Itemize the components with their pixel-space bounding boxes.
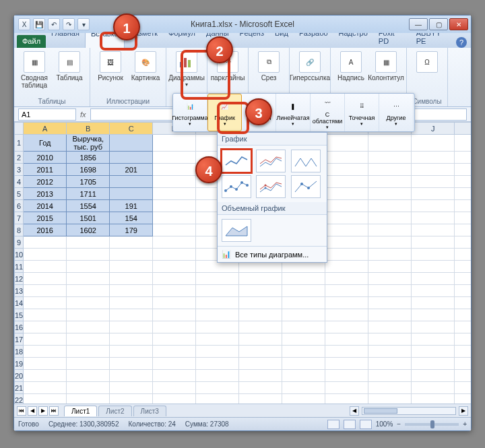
cell-K12[interactable]: [455, 273, 471, 285]
header-footer-button[interactable]: ▦Колонтитул: [370, 49, 402, 94]
cell-B13[interactable]: [67, 285, 110, 297]
row-header-8[interactable]: 8: [15, 224, 24, 236]
cell-I14[interactable]: [368, 297, 412, 309]
cell-G14[interactable]: [282, 297, 325, 309]
tab-nav-first[interactable]: ⏮: [17, 406, 26, 416]
cell-H5[interactable]: [325, 188, 368, 200]
cell-B2[interactable]: 1856: [67, 152, 110, 164]
cell-I20[interactable]: [368, 370, 412, 382]
cell-A8[interactable]: 2016: [24, 224, 67, 236]
cell-K10[interactable]: [455, 249, 471, 261]
cell-A13[interactable]: [24, 285, 67, 297]
cell-E15[interactable]: [196, 309, 239, 321]
cell-H18[interactable]: [325, 346, 368, 358]
cell-A2[interactable]: 2010: [24, 152, 67, 164]
cell-C20[interactable]: [110, 370, 153, 382]
chart-type-6[interactable]: ⋯Другие▾: [379, 94, 414, 131]
cell-A10[interactable]: [24, 249, 67, 261]
cell-K5[interactable]: [455, 188, 471, 200]
cell-K14[interactable]: [455, 297, 471, 309]
cell-C15[interactable]: [110, 309, 153, 321]
cell-C2[interactable]: [110, 152, 153, 164]
row-header-15[interactable]: 15: [15, 309, 24, 321]
row-header-6[interactable]: 6: [15, 200, 24, 212]
cell-I16[interactable]: [368, 321, 412, 333]
line-chart-3d-option[interactable]: [222, 219, 251, 242]
cell-F21[interactable]: [239, 382, 282, 394]
cell-E14[interactable]: [196, 297, 239, 309]
cell-C6[interactable]: 191: [110, 200, 153, 212]
cell-J20[interactable]: [412, 370, 455, 382]
cell-B18[interactable]: [67, 346, 110, 358]
cell-I10[interactable]: [368, 249, 412, 261]
row-header-14[interactable]: 14: [15, 297, 24, 309]
cell-C4[interactable]: [110, 176, 153, 188]
cell-B1[interactable]: Выручка, тыс. руб: [67, 135, 110, 152]
cell-C22[interactable]: [110, 394, 153, 404]
cell-B19[interactable]: [67, 358, 110, 370]
cell-J6[interactable]: [412, 200, 455, 212]
close-button[interactable]: ✕: [449, 18, 468, 30]
cell-J10[interactable]: [412, 249, 455, 261]
cell-E19[interactable]: [196, 358, 239, 370]
cell-I15[interactable]: [368, 309, 412, 321]
cell-J1[interactable]: [412, 135, 455, 152]
cell-I18[interactable]: [368, 346, 412, 358]
cell-I17[interactable]: [368, 333, 412, 346]
row-header-22[interactable]: 22: [15, 394, 24, 404]
cell-J21[interactable]: [412, 382, 455, 394]
cell-H10[interactable]: [325, 249, 368, 261]
cell-A12[interactable]: [24, 273, 67, 285]
cell-G18[interactable]: [282, 346, 325, 358]
cell-A15[interactable]: [24, 309, 67, 321]
minimize-button[interactable]: —: [409, 18, 428, 30]
cell-H15[interactable]: [325, 309, 368, 321]
cell-G19[interactable]: [282, 358, 325, 370]
cell-F22[interactable]: [239, 394, 282, 404]
cell-D14[interactable]: [153, 297, 196, 309]
sheet-tab-Лист2[interactable]: Лист2: [98, 406, 131, 416]
zoom-out-button[interactable]: −: [397, 420, 401, 428]
cell-J18[interactable]: [412, 346, 455, 358]
cell-E17[interactable]: [196, 333, 239, 346]
cell-E22[interactable]: [196, 394, 239, 404]
view-layout-button[interactable]: [344, 420, 356, 429]
cell-H17[interactable]: [325, 333, 368, 346]
cell-B20[interactable]: [67, 370, 110, 382]
help-icon[interactable]: ?: [456, 37, 467, 48]
cell-A6[interactable]: 2014: [24, 200, 67, 212]
cell-C19[interactable]: [110, 358, 153, 370]
cell-H19[interactable]: [325, 358, 368, 370]
row-header-13[interactable]: 13: [15, 285, 24, 297]
cell-K4[interactable]: [455, 176, 471, 188]
cell-J16[interactable]: [412, 321, 455, 333]
cell-G17[interactable]: [282, 333, 325, 346]
cell-A5[interactable]: 2013: [24, 188, 67, 200]
hyperlink-button[interactable]: 🔗Гиперссылка: [294, 49, 326, 94]
cell-E16[interactable]: [196, 321, 239, 333]
cell-A14[interactable]: [24, 297, 67, 309]
cell-B3[interactable]: 1698: [67, 164, 110, 176]
cell-B5[interactable]: 1711: [67, 188, 110, 200]
cell-A20[interactable]: [24, 370, 67, 382]
cell-A22[interactable]: [24, 394, 67, 404]
cell-K21[interactable]: [455, 382, 471, 394]
cell-F17[interactable]: [239, 333, 282, 346]
cell-B12[interactable]: [67, 273, 110, 285]
row-header-19[interactable]: 19: [15, 358, 24, 370]
row-header-20[interactable]: 20: [15, 370, 24, 382]
charts-button[interactable]: Диаграммы▾: [170, 49, 203, 94]
cell-J7[interactable]: [412, 212, 455, 224]
cell-B7[interactable]: 1501: [67, 212, 110, 224]
cell-I3[interactable]: [368, 164, 412, 176]
cell-G12[interactable]: [282, 273, 325, 285]
cell-I12[interactable]: [368, 273, 412, 285]
sheet-tab-Лист3[interactable]: Лист3: [133, 406, 166, 416]
name-box[interactable]: A1: [18, 108, 76, 121]
cell-B17[interactable]: [67, 333, 110, 346]
cell-I4[interactable]: [368, 176, 412, 188]
chart-type-1[interactable]: 📈График▾: [207, 94, 242, 131]
tab-file[interactable]: Файл: [17, 35, 46, 48]
cell-F12[interactable]: [239, 273, 282, 285]
table-button[interactable]: ▤Таблица: [53, 49, 86, 94]
